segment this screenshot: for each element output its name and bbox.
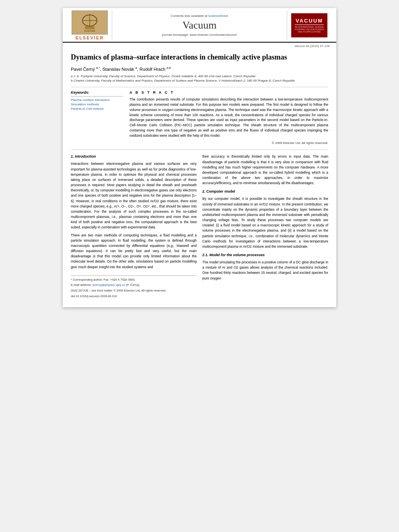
doi-footnote: doi:10.1016/j.vacuum.2009.06.010: [71, 294, 197, 299]
page: ELSEVIER ELSEVIER Contents lists availab…: [63, 8, 336, 307]
contents-text: Contents lists available at: [171, 14, 208, 18]
keywords-section: Keywords: Plasma–surface interaction Sim…: [71, 90, 123, 145]
body-two-col: 1. Introduction Interactions between ele…: [71, 154, 328, 299]
journal-header: ELSEVIER ELSEVIER Contents lists availab…: [63, 8, 336, 43]
affil-sup-a2: a: [135, 66, 137, 70]
keyword-2: Simulation methods: [71, 103, 123, 106]
journal-info-center: Contents lists available at ScienceDirec…: [112, 10, 287, 40]
corresponding-sup: *: [99, 66, 100, 70]
svg-rect-4: [85, 26, 95, 29]
keywords-title: Keywords:: [71, 90, 123, 94]
copyright-line: © 2009 Elsevier Ltd. All rights reserved…: [130, 141, 328, 145]
abstract-content: A B S T R A C T The contribution present…: [130, 90, 328, 145]
body-col-left: 1. Introduction Interactions between ele…: [71, 154, 197, 299]
svg-text:ELSEVIER: ELSEVIER: [84, 30, 95, 32]
homepage-text: journal homepage: www.elsevier.com/locat…: [162, 33, 237, 37]
abstract-title: A B S T R A C T: [130, 90, 328, 94]
section-2-1-heading: 2.1. Model for the volume processes: [202, 253, 328, 258]
affiliations: a J. E. Purkyně University, Faculty of S…: [71, 74, 328, 83]
journal-title: Vacuum: [182, 19, 216, 31]
issn-footnote: 0042-207X/$ – see front matter © 2009 El…: [71, 288, 197, 293]
journal-badge-area: VACUUM AN INTERNATIONAL JOURNAL COVERING…: [287, 10, 331, 40]
computer-model-para: By our computer model, it is possible to…: [202, 196, 328, 249]
elsevier-image: ELSEVIER: [72, 10, 108, 35]
volume-processes-para: The model simulating the processes in a …: [202, 260, 328, 281]
publisher-logo-area: ELSEVIER ELSEVIER: [68, 10, 112, 40]
affil-sup-ab: a,b: [167, 66, 171, 70]
divider-1: [71, 87, 328, 87]
corresponding-footnote: * Corresponding author. Fax: +420 4 7528…: [71, 277, 197, 282]
badge-divider: [295, 25, 324, 25]
journal-homepage: journal homepage: www.elsevier.com/locat…: [162, 33, 237, 37]
keyword-3: Particle-in-Cell method: [71, 107, 123, 111]
footnote-section: * Corresponding author. Fax: +420 4 7528…: [71, 275, 197, 299]
vacuum-badge-title: VACUUM: [296, 18, 323, 24]
elsevier-logo: ELSEVIER ELSEVIER: [72, 10, 108, 40]
article-content: Dynamics of plasma–surface interactions …: [63, 49, 336, 307]
contents-available-text: Contents lists available at ScienceDirec…: [171, 14, 228, 18]
keyword-1: Plasma–surface interaction: [71, 98, 123, 102]
section-2-heading: 2. Computer model: [202, 189, 328, 195]
intro-para-1: Interactions between electronegative pla…: [71, 161, 197, 230]
email-link[interactable]: pcerny@physics.ujep.cz: [93, 283, 125, 287]
section-1-heading: 1. Introduction: [71, 154, 197, 160]
sciencedirect-link[interactable]: ScienceDirect: [208, 14, 228, 18]
keywords-divider: [71, 96, 123, 97]
intro-para-2: There are two main methods of computing …: [71, 233, 197, 270]
article-meta: Vacuum 84 (2010) 97–100: [63, 43, 336, 49]
email-footnote: E-mail address: pcerny@physics.ujep.cz (…: [71, 283, 197, 288]
article-title: Dynamics of plasma–surface interactions …: [71, 53, 328, 62]
affiliation-a: a J. E. Purkyně University, Faculty of S…: [71, 74, 328, 78]
elsevier-brand: ELSEVIER: [76, 35, 104, 40]
abstract-text: The contribution presents results of com…: [130, 97, 328, 138]
vacuum-badge: VACUUM AN INTERNATIONAL JOURNAL COVERING…: [291, 13, 327, 37]
main-divider: [71, 150, 328, 150]
body-col-right: their accuracy is theoretically limited …: [202, 154, 328, 299]
badge-subtitle3: AND ITS APPLICATIONS: [298, 31, 321, 33]
section-2-1-heading-text: 2.1. Model for the volume processes: [202, 253, 265, 257]
intro-cont-para: their accuracy is theoretically limited …: [202, 154, 328, 186]
email-label: E-mail address:: [71, 283, 92, 287]
abstract-section: Keywords: Plasma–surface interaction Sim…: [71, 90, 328, 145]
authors-line: Pavel Černý a,*, Stanislav Novák a, Rudo…: [71, 66, 328, 72]
affiliation-b: b Charles University, Faculty of Mathema…: [71, 78, 328, 83]
email-name: (P. Černý).: [126, 283, 140, 287]
